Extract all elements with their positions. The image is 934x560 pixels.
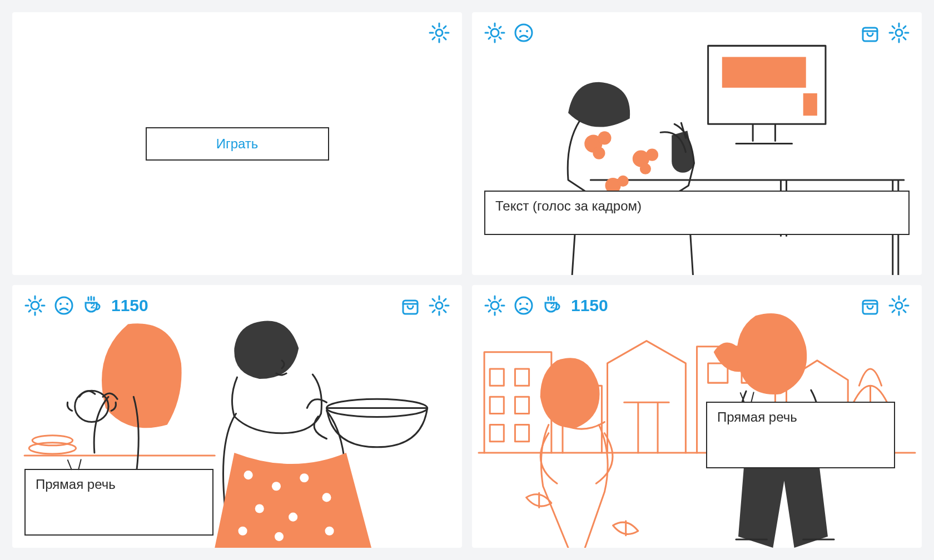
screen-title: Играть (12, 12, 462, 275)
narration-caption: Текст (голос за кадром) (484, 191, 910, 235)
gear-icon[interactable] (429, 295, 450, 316)
cup-count: 2 (550, 301, 555, 310)
svg-point-33 (640, 163, 651, 174)
svg-point-32 (646, 149, 658, 161)
sad-face-icon (513, 22, 534, 43)
cup-count: 2 (91, 301, 95, 310)
illustration (472, 12, 922, 275)
speech-caption: Прямая речь (24, 469, 213, 536)
sad-face-icon (53, 295, 74, 316)
title-center: Играть (12, 12, 462, 275)
coffee-cup-icon: 2 (542, 295, 563, 316)
speech-tail (743, 393, 755, 403)
gear-icon[interactable] (888, 295, 910, 316)
score-value: 1150 (571, 296, 608, 315)
hud (24, 22, 450, 43)
score-value: 1150 (111, 296, 148, 315)
svg-point-46 (239, 527, 247, 536)
sun-icon (24, 295, 46, 316)
hud (484, 22, 910, 43)
svg-point-43 (322, 493, 331, 502)
speech-text: Прямая речь (36, 477, 116, 492)
shop-icon[interactable] (860, 295, 881, 316)
svg-rect-26 (803, 93, 817, 116)
screen-dialogue-street: 2 1150 (472, 285, 922, 548)
svg-point-45 (289, 513, 297, 522)
speech-tail (70, 460, 82, 470)
gear-icon[interactable] (429, 22, 450, 43)
svg-point-44 (255, 504, 264, 513)
svg-point-38 (32, 436, 72, 446)
svg-point-48 (275, 532, 284, 541)
hud: 2 1150 (24, 295, 450, 316)
svg-point-37 (29, 443, 76, 454)
screen-narration: Текст (голос за кадром) (472, 12, 922, 275)
svg-point-41 (272, 482, 281, 491)
svg-point-35 (618, 176, 629, 187)
speech-text: Прямая речь (717, 409, 797, 424)
shop-icon[interactable] (860, 22, 881, 43)
screen-dialogue-kitchen: 2 1150 (12, 285, 462, 548)
coffee-cup-icon: 2 (82, 295, 103, 316)
svg-point-30 (593, 147, 605, 159)
speech-caption: Прямая речь (706, 402, 895, 468)
hud: 2 1150 (484, 295, 910, 316)
svg-point-42 (300, 473, 309, 482)
sun-icon (484, 22, 505, 43)
sun-icon (484, 295, 505, 316)
play-button[interactable]: Играть (146, 127, 329, 161)
svg-point-29 (598, 131, 611, 144)
screens-grid: Играть (0, 0, 934, 560)
svg-rect-25 (722, 57, 806, 88)
sad-face-icon (513, 295, 534, 316)
shop-icon[interactable] (400, 295, 421, 316)
svg-point-40 (244, 471, 253, 479)
svg-point-47 (325, 527, 334, 536)
gear-icon[interactable] (888, 22, 910, 43)
